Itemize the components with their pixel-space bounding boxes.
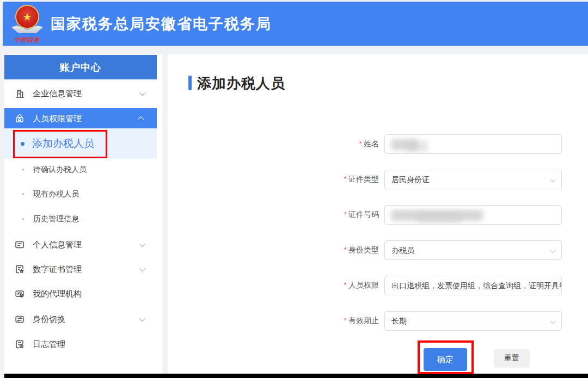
required-marker: * xyxy=(344,210,347,219)
required-marker: * xyxy=(344,281,347,289)
title-accent-bar xyxy=(188,76,192,90)
sidebar-item-label: 身份切换 xyxy=(33,314,139,325)
sidebar-subitem-label: 现有办税人员 xyxy=(33,189,79,199)
sidebar-subitem-label: 待确认办税人员 xyxy=(33,165,87,175)
field-label-valid-until: *有效期止 xyxy=(168,316,384,326)
sidebar-subitem-pending-tax-personnel[interactable]: 待确认办税人员 xyxy=(4,159,157,181)
sidebar-item-my-agency[interactable]: 我的代理机构 xyxy=(4,283,157,305)
field-label-name: *姓名 xyxy=(168,139,384,149)
site-title: 国家税务总局安徽省电子税务局 xyxy=(51,14,272,34)
bullet-icon xyxy=(22,193,24,195)
form-row-valid-until: *有效期止 长期 xyxy=(168,311,562,331)
certificate-icon xyxy=(14,264,25,275)
bullet-icon xyxy=(22,218,24,220)
chevron-down-icon xyxy=(139,265,145,271)
sidebar-item-label: 数字证书管理 xyxy=(33,264,139,275)
emblem-circle: ★ xyxy=(15,5,39,29)
valid-until-value: 长期 xyxy=(391,317,407,325)
sidebar-item-digital-certificate[interactable]: 数字证书管理 xyxy=(4,258,157,280)
id-number-input[interactable] xyxy=(384,205,562,225)
app-header: ★ 中国税务 国家税务总局安徽省电子税务局 xyxy=(3,2,588,46)
sidebar-item-personnel-permission[interactable]: 人员权限管理 xyxy=(4,108,157,129)
redacted-value xyxy=(407,141,427,152)
sidebar-item-log-management[interactable]: 日志管理 xyxy=(4,333,157,355)
sidebar-item-label: 人员权限管理 xyxy=(33,114,139,124)
logo-caption: 中国税务 xyxy=(6,36,48,44)
sidebar-subitem-label: 添加办税人员 xyxy=(32,137,94,151)
sidebar-subitem-label: 历史管理信息 xyxy=(33,214,79,224)
sidebar-subitem-existing-tax-personnel[interactable]: 现有办税人员 xyxy=(4,183,157,205)
field-label-identity-type: *身份类型 xyxy=(168,245,384,255)
form-row-id-type: *证件类型 居民身份证 xyxy=(168,170,562,189)
reset-button[interactable]: 重置 xyxy=(494,349,530,368)
redacted-value xyxy=(418,212,461,223)
chevron-down-icon xyxy=(139,241,145,247)
form-row-id-number: *证件号码 xyxy=(168,205,562,225)
confirm-button[interactable]: 确定 xyxy=(424,348,467,371)
main-content: 添加办税人员 *姓名 *证件类型 居民身份证 *证件号码 *身份类型 办税员 xyxy=(168,54,588,374)
log-clock-icon xyxy=(14,339,25,350)
valid-until-select[interactable]: 长期 xyxy=(384,311,562,331)
sidebar-item-label: 我的代理机构 xyxy=(33,289,157,299)
sidebar-subitem-history-info[interactable]: 历史管理信息 xyxy=(4,208,157,230)
chevron-down-icon xyxy=(139,90,145,96)
sidebar-item-enterprise-info[interactable]: 企业信息管理 xyxy=(4,83,157,104)
permissions-input[interactable]: 出口退税组，发票使用组，综合查询组，证明开具维 xyxy=(384,276,562,295)
identity-type-select[interactable]: 办税员 xyxy=(384,240,562,260)
bullet-icon xyxy=(22,169,24,171)
bullet-icon xyxy=(21,142,24,146)
switch-icon xyxy=(14,314,25,325)
form-row-name: *姓名 xyxy=(168,134,562,154)
chevron-down-icon xyxy=(550,248,556,253)
chevron-down-icon xyxy=(139,315,145,321)
agency-icon xyxy=(14,288,25,299)
permission-lock-icon xyxy=(14,113,25,124)
chevron-down-icon xyxy=(550,177,556,183)
required-marker: * xyxy=(344,245,347,254)
field-label-permissions: *人员权限 xyxy=(168,281,384,290)
sidebar-item-identity-switch[interactable]: 身份切换 xyxy=(4,308,157,330)
tax-bureau-emblem-logo: ★ xyxy=(11,4,43,35)
id-type-select[interactable]: 居民身份证 xyxy=(384,170,562,189)
required-marker: * xyxy=(359,139,362,148)
chevron-down-icon xyxy=(550,319,556,324)
identity-type-value: 办税员 xyxy=(391,246,414,255)
sidebar: 账户中心 企业信息管理 人员权限管理 添加办税人员 待确认办税 xyxy=(4,54,162,374)
form-row-permissions: *人员权限 出口退税组，发票使用组，综合查询组，证明开具维 xyxy=(168,276,562,295)
required-marker: * xyxy=(344,316,347,325)
required-marker: * xyxy=(344,175,347,183)
building-icon xyxy=(14,88,25,99)
footer-bar xyxy=(4,374,588,378)
sidebar-item-label: 个人信息管理 xyxy=(33,240,139,250)
id-type-value: 居民身份证 xyxy=(391,175,430,184)
id-card-icon xyxy=(14,239,25,250)
sidebar-subitem-add-tax-personnel[interactable]: 添加办税人员 xyxy=(4,128,157,159)
sidebar-title: 账户中心 xyxy=(4,55,157,79)
sidebar-item-personal-info[interactable]: 个人信息管理 xyxy=(4,234,157,256)
field-label-id-number: *证件号码 xyxy=(168,210,384,220)
permissions-value: 出口退税组，发票使用组，综合查询组，证明开具维 xyxy=(391,281,562,290)
sidebar-item-label: 企业信息管理 xyxy=(33,89,139,99)
page-title: 添加办税人员 xyxy=(197,74,285,93)
star-icon: ★ xyxy=(22,11,32,22)
form-row-identity-type: *身份类型 办税员 xyxy=(168,240,562,260)
field-label-id-type: *证件类型 xyxy=(168,175,384,184)
name-input[interactable] xyxy=(384,134,562,154)
sidebar-item-label: 日志管理 xyxy=(33,339,157,350)
